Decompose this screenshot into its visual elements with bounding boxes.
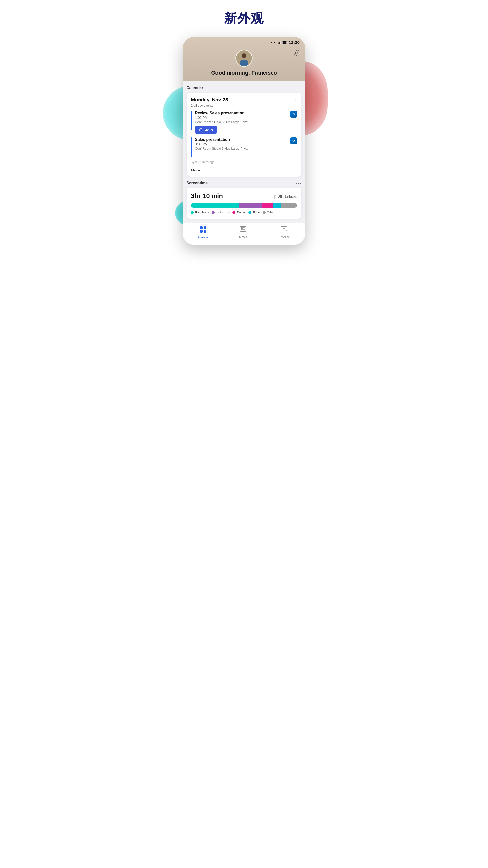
greeting-text: Good morning, Francisco xyxy=(211,70,277,76)
svg-line-30 xyxy=(287,232,287,232)
legend-dot xyxy=(248,211,251,214)
event-location-1: Conf Room Studio 5 Hub Large Privat… xyxy=(195,120,297,124)
svg-rect-6 xyxy=(287,42,287,43)
settings-icon[interactable] xyxy=(293,50,300,58)
sync-text: Sync 31 mins ago xyxy=(191,160,297,164)
legend-label: Twitter xyxy=(237,211,246,214)
page-title: 新外观 xyxy=(224,10,264,27)
all-day-events: 2 all day events xyxy=(191,104,297,107)
svg-rect-15 xyxy=(200,226,203,229)
svg-rect-28 xyxy=(283,228,284,229)
calendar-date-row: Monday, Nov 25 ← → xyxy=(191,97,297,103)
calendar-more-link[interactable]: More xyxy=(191,168,297,172)
glance-icon xyxy=(200,226,207,235)
phone-frame: 12:30 Good morning, Francisco xyxy=(183,37,305,245)
wifi-icon xyxy=(271,41,275,44)
prev-arrow[interactable]: ← xyxy=(286,97,290,102)
svg-rect-5 xyxy=(282,42,286,44)
svg-rect-19 xyxy=(240,226,246,231)
event-location-2: Conf Room Studio 5 Hub Large Privat… xyxy=(195,147,297,150)
event-item-2: Sales presentation 3:30 PM Conf Room Stu… xyxy=(191,137,297,157)
status-time: 12:30 xyxy=(289,40,300,45)
calendar-section-title: Calendar xyxy=(186,86,203,90)
avatar xyxy=(235,50,253,67)
svg-point-7 xyxy=(295,52,297,54)
join-button[interactable]: Join xyxy=(195,126,217,134)
svg-rect-17 xyxy=(200,230,203,232)
svg-point-11 xyxy=(242,54,246,58)
phone-content: Calendar ··· Monday, Nov 25 ← → 2 all da… xyxy=(183,81,305,223)
legend-dot xyxy=(263,211,266,214)
outlook-icon-2: O xyxy=(290,137,297,144)
legend-dot xyxy=(212,211,215,214)
legend-dot xyxy=(233,211,235,214)
unlocks-count: 251 Unlocks xyxy=(278,194,297,198)
svg-rect-1 xyxy=(278,42,278,44)
next-arrow[interactable]: → xyxy=(293,97,297,102)
event-bar-2 xyxy=(191,137,192,157)
svg-rect-3 xyxy=(280,41,281,44)
event-title-1: Review Sales presentation xyxy=(195,111,297,115)
legend-dot xyxy=(191,211,194,214)
event-time-2: 3:30 PM xyxy=(195,142,297,146)
legend-label: Other xyxy=(267,211,275,214)
svg-rect-20 xyxy=(241,227,243,229)
legend-label: Facebook xyxy=(195,211,209,214)
calendar-nav-arrows: ← → xyxy=(286,97,297,102)
screentime-more-dots[interactable]: ··· xyxy=(296,180,302,186)
join-label: Join xyxy=(205,128,213,132)
legend-item: Other xyxy=(263,211,275,214)
phone-header: Good morning, Francisco xyxy=(183,47,305,81)
outlook-icon-1: O xyxy=(290,111,297,118)
status-icons: 12:30 xyxy=(271,40,300,45)
battery-icon xyxy=(282,41,287,44)
event-title-2: Sales presentation xyxy=(195,137,297,142)
nav-item-timeline[interactable]: Timeline xyxy=(278,226,290,239)
svg-point-14 xyxy=(274,197,275,197)
nav-item-news[interactable]: News xyxy=(239,226,247,239)
bottom-nav: Glance News xyxy=(183,223,305,245)
status-bar: 12:30 xyxy=(183,37,305,47)
event-item-1: Review Sales presentation 1:00 PM Conf R… xyxy=(191,111,297,134)
event-time-1: 1:00 PM xyxy=(195,116,297,120)
screentime-progress-bar xyxy=(191,203,297,208)
screentime-section-title: Screentime xyxy=(186,181,208,185)
screentime-section-header: Screentime ··· xyxy=(186,180,302,186)
screentime-card: 3hr 10 min 251 Unlocks xyxy=(186,188,302,219)
glance-label: Glance xyxy=(198,236,208,239)
legend-label: Edge xyxy=(253,211,260,214)
svg-rect-2 xyxy=(279,41,280,44)
event-details-2: Sales presentation 3:30 PM Conf Room Stu… xyxy=(195,137,297,152)
legend-item: Facebook xyxy=(191,211,209,214)
news-label: News xyxy=(239,235,247,239)
news-icon xyxy=(240,226,246,234)
calendar-card: Monday, Nov 25 ← → 2 all day events Revi… xyxy=(186,93,302,177)
calendar-divider xyxy=(191,166,297,166)
svg-line-29 xyxy=(287,231,287,232)
signal-icon xyxy=(277,41,281,44)
legend-item: Instagram xyxy=(212,211,230,214)
nav-item-glance[interactable]: Glance xyxy=(198,226,208,239)
screentime-unlocks: 251 Unlocks xyxy=(272,194,297,199)
calendar-date: Monday, Nov 25 xyxy=(191,97,228,103)
calendar-more-dots[interactable]: ··· xyxy=(296,85,302,91)
legend-item: Edge xyxy=(248,211,260,214)
timeline-label: Timeline xyxy=(278,235,290,239)
svg-rect-0 xyxy=(277,43,277,44)
screentime-section: Screentime ··· 3hr 10 min 251 Unlocks xyxy=(186,180,302,219)
calendar-section-header: Calendar ··· xyxy=(186,85,302,91)
legend-item: Twitter xyxy=(233,211,246,214)
screentime-total: 3hr 10 min xyxy=(191,192,223,200)
phone-wrapper: 12:30 Good morning, Francisco xyxy=(183,37,305,245)
timeline-icon xyxy=(281,226,287,234)
event-bar-1 xyxy=(191,111,192,130)
screentime-header-row: 3hr 10 min 251 Unlocks xyxy=(191,192,297,200)
legend-label: Instagram xyxy=(216,211,230,214)
svg-rect-16 xyxy=(204,226,206,229)
svg-rect-18 xyxy=(204,230,206,232)
screentime-legend: FacebookInstagramTwitterEdgeOther xyxy=(191,211,297,214)
calendar-section: Calendar ··· Monday, Nov 25 ← → 2 all da… xyxy=(186,85,302,177)
event-details-1: Review Sales presentation 1:00 PM Conf R… xyxy=(195,111,297,134)
svg-rect-12 xyxy=(200,129,202,131)
